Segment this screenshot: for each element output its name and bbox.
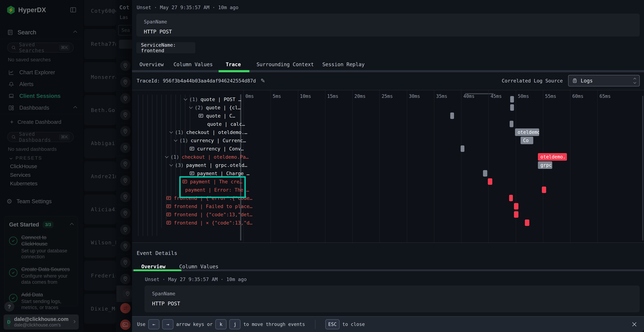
location-pin-icon[interactable] xyxy=(120,208,130,218)
location-pin-icon[interactable] xyxy=(120,110,130,120)
presets-header[interactable]: PRESETS xyxy=(10,155,42,161)
location-pin-icon[interactable] xyxy=(120,257,130,268)
sidebar-item-chart-explorer[interactable]: Chart Explorer xyxy=(0,66,82,78)
collapse-sidebar-icon[interactable] xyxy=(70,6,76,13)
sidebar-item-alerts[interactable]: Alerts xyxy=(0,78,82,90)
close-icon[interactable] xyxy=(631,321,638,328)
trace-tree-row[interactable]: quote | calc… xyxy=(207,120,245,128)
trace-tree-row[interactable]: frontend | {"code":13,"det… xyxy=(166,210,252,218)
span-duration-bar[interactable] xyxy=(525,220,529,226)
session-card[interactable]: Retha77@ xyxy=(84,29,116,59)
log-source-select[interactable]: Logs xyxy=(568,75,640,86)
span-duration-bar[interactable] xyxy=(488,178,492,185)
span-duration-bar[interactable]: oteldemo. xyxy=(515,128,539,136)
preset-kubernetes[interactable]: Kubernetes xyxy=(10,179,38,188)
saved-searches-input[interactable]: Saved Searches ⌘K xyxy=(7,42,74,52)
trace-tree-row[interactable]: quote | C… xyxy=(198,112,235,120)
location-pin-icon[interactable] xyxy=(120,241,130,251)
span-duration-bar[interactable]: oteldemo. xyxy=(538,153,567,161)
arrow-right-key[interactable]: → xyxy=(162,319,173,329)
preset-services[interactable]: Services xyxy=(10,171,38,179)
preset-clickhouse[interactable]: ClickHouse xyxy=(10,162,38,171)
trace-tree-row[interactable]: (3)payment | grpc.oteld… xyxy=(170,161,247,169)
get-started-item[interactable]: Add DataStart sending logs, metrics, or … xyxy=(9,292,73,311)
location-pin-icon[interactable] xyxy=(120,77,130,87)
session-card[interactable]: Beth.Gol xyxy=(84,95,116,125)
esc-key[interactable]: ESC xyxy=(326,319,340,329)
chevron-down-icon[interactable] xyxy=(165,154,168,158)
session-card[interactable]: Alicia42 xyxy=(84,194,116,224)
span-duration-bar[interactable] xyxy=(510,96,514,102)
session-card[interactable]: Dixie_Mc xyxy=(84,294,116,324)
trace-tree-row[interactable]: (2)quote | {cl… xyxy=(190,104,241,112)
span-duration-bar[interactable]: Co xyxy=(520,137,533,144)
location-pin-icon[interactable] xyxy=(120,159,130,169)
session-card[interactable]: Coty60@g xyxy=(84,0,116,26)
tab-trace[interactable]: Trace xyxy=(226,59,241,70)
tab-column-values[interactable]: Column Values xyxy=(174,59,213,70)
span-duration-bar[interactable] xyxy=(510,104,514,111)
span-duration-bar[interactable]: grpc xyxy=(538,161,552,169)
trace-tree-row[interactable]: (1)currency | Currenc… xyxy=(174,136,246,144)
waterfall-right-scrollbar[interactable] xyxy=(642,96,643,240)
span-duration-bar[interactable] xyxy=(461,146,464,152)
location-pin-icon[interactable] xyxy=(120,126,130,136)
span-duration-bar[interactable] xyxy=(509,195,513,201)
brand[interactable]: ⚡ HyperDX xyxy=(7,6,46,14)
chevron-down-icon[interactable] xyxy=(170,130,173,134)
session-card[interactable]: Abbigail xyxy=(84,128,116,158)
span-duration-bar[interactable] xyxy=(542,186,546,193)
trace-tree-row[interactable]: frontend | Failed to place… xyxy=(166,202,252,210)
session-card[interactable]: Frederic xyxy=(84,261,116,291)
chevron-down-icon[interactable] xyxy=(184,97,187,100)
span-duration-bar[interactable] xyxy=(514,211,518,218)
span-duration-bar[interactable] xyxy=(450,112,454,119)
get-started-item[interactable]: Create Data SourcesConfigure where your … xyxy=(9,266,73,285)
chevron-up-icon[interactable] xyxy=(73,30,77,34)
location-pin-icon[interactable] xyxy=(120,93,130,104)
service-name-chip[interactable]: ServiceName: frontend xyxy=(136,42,195,53)
selected-session-row[interactable] xyxy=(116,286,132,302)
location-pin-icon[interactable] xyxy=(120,192,130,202)
session-search-input[interactable]: Sea xyxy=(118,25,132,36)
sidebar-item-dashboards[interactable]: Dashboards xyxy=(0,102,82,114)
location-pin-icon[interactable] xyxy=(120,175,130,186)
search-section-header[interactable]: Search xyxy=(7,29,76,36)
tab-session-replay[interactable]: Session Replay xyxy=(322,59,364,70)
location-pin-icon[interactable] xyxy=(120,224,130,235)
chevron-up-icon[interactable] xyxy=(70,223,74,226)
session-card[interactable]: Wilson_H xyxy=(84,228,116,258)
team-settings-button[interactable]: ⚙ Team Settings xyxy=(6,197,52,206)
help-button[interactable]: ? xyxy=(4,302,14,312)
exchange-icon[interactable] xyxy=(120,303,130,314)
chevron-down-icon[interactable] xyxy=(170,163,173,166)
chevron-down-icon[interactable] xyxy=(174,138,178,142)
trace-tree-row[interactable]: currency | Conv… xyxy=(189,144,244,153)
span-duration-bar[interactable] xyxy=(483,170,487,176)
user-menu[interactable]: D dale@clickhouse.com dale@clickhouse.co… xyxy=(4,314,79,330)
trace-tree-row[interactable]: (1)checkout | oteldemo.… xyxy=(170,128,247,136)
location-pin-icon[interactable] xyxy=(120,142,130,153)
tab-surrounding-context[interactable]: Surrounding Context xyxy=(256,59,314,70)
location-pin-icon[interactable] xyxy=(120,60,130,71)
session-filter-button[interactable] xyxy=(119,40,132,49)
edit-pencil-icon[interactable]: ✎ xyxy=(260,78,265,84)
get-started-item[interactable]: Connect to ClickHouseSet up your databas… xyxy=(9,234,73,260)
location-pin-icon[interactable] xyxy=(120,274,130,284)
j-key[interactable]: j xyxy=(229,319,240,329)
span-duration-bar[interactable] xyxy=(510,121,514,127)
sidebar-item-client-sessions[interactable]: Client Sessions xyxy=(0,90,82,102)
tab-overview[interactable]: Overview xyxy=(140,59,164,70)
trace-tree-row[interactable]: (1)checkout | oteldemo.Pa… xyxy=(166,153,249,161)
terminal-icon[interactable] xyxy=(120,320,130,330)
saved-dashboards-input[interactable]: Saved Dashboards ⌘K xyxy=(7,132,74,142)
arrow-left-key[interactable]: ← xyxy=(148,319,160,329)
k-key[interactable]: k xyxy=(216,319,226,329)
chevron-down-icon[interactable] xyxy=(189,105,193,109)
session-card[interactable]: Andre21@ xyxy=(84,161,116,192)
trace-tree-row[interactable]: frontend | × {"code":13,"d… xyxy=(166,218,252,227)
create-dashboard-button[interactable]: + Create Dashboard xyxy=(10,118,61,126)
session-card[interactable]: Monserra xyxy=(84,62,116,92)
span-duration-bar[interactable] xyxy=(514,203,518,210)
trace-tree-row[interactable]: (1)quote | POST … xyxy=(184,95,241,104)
